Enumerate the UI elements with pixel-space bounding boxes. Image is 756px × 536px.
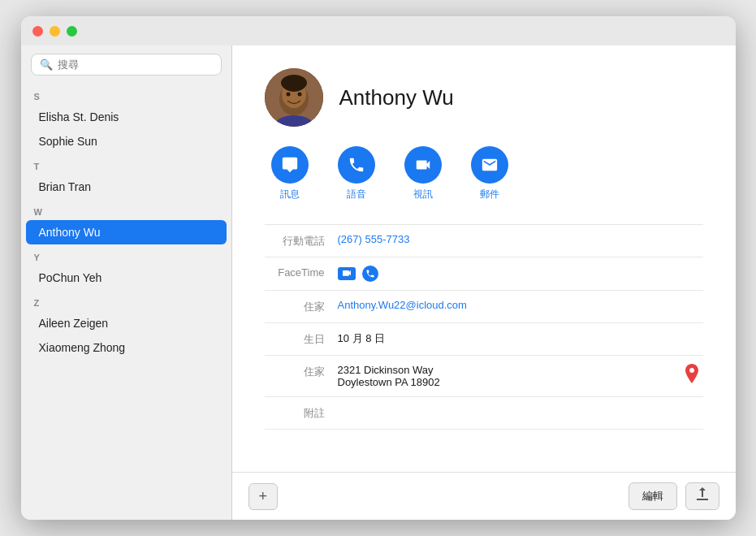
voice-button[interactable]: 語音 [338, 146, 375, 201]
svg-point-5 [286, 93, 290, 97]
section-label-t: T [21, 153, 231, 175]
note-row: 附註 [265, 397, 703, 430]
share-button[interactable] [685, 482, 719, 510]
phone-row: 行動電話 (267) 555-7733 [265, 225, 703, 257]
address-value: 2321 Dickinson WayDoylestown PA 18902 [338, 364, 684, 388]
email-row: 住家 Anthony.Wu22@icloud.com [265, 291, 703, 323]
main-window: 🔍 S Elisha St. Denis Sophie Sun T Brian … [21, 16, 736, 520]
email-value[interactable]: Anthony.Wu22@icloud.com [338, 299, 703, 311]
address-label: 住家 [265, 364, 338, 379]
facetime-row: FaceTime [265, 257, 703, 291]
message-label: 訊息 [280, 188, 300, 201]
footer-left: + [248, 483, 279, 510]
contact-item-brian-tran[interactable]: Brian Tran [26, 175, 227, 199]
avatar [265, 68, 323, 127]
facetime-phone-icon[interactable] [362, 266, 378, 282]
detail-footer: + 編輯 [232, 472, 736, 520]
maximize-button[interactable] [67, 26, 77, 37]
map-pin-icon[interactable] [684, 364, 703, 387]
mail-label: 郵件 [480, 188, 499, 201]
detail-panel: Anthony Wu 訊息 [232, 45, 736, 520]
video-label: 視訊 [413, 188, 433, 201]
svg-point-6 [297, 93, 301, 97]
section-label-s: S [21, 84, 231, 105]
main-content: 🔍 S Elisha St. Denis Sophie Sun T Brian … [21, 45, 736, 520]
birthday-label: 生日 [265, 331, 338, 347]
search-icon: 🔍 [40, 58, 53, 71]
section-label-z: Z [21, 290, 231, 311]
close-button[interactable] [32, 26, 43, 37]
contact-item-xiaomeng-zhong[interactable]: Xiaomeng Zhong [26, 335, 227, 360]
add-button[interactable]: + [248, 483, 279, 510]
message-button[interactable]: 訊息 [271, 146, 309, 201]
minimize-button[interactable] [50, 26, 60, 37]
email-label: 住家 [265, 299, 338, 314]
address-row: 住家 2321 Dickinson WayDoylestown PA 18902 [265, 356, 703, 397]
search-wrap: 🔍 [31, 54, 222, 76]
facetime-icons [338, 266, 378, 282]
note-label: 附註 [265, 405, 338, 421]
voice-icon [338, 146, 375, 184]
contact-header: Anthony Wu [265, 68, 703, 127]
phone-value[interactable]: (267) 555-7733 [338, 233, 703, 245]
contact-item-anthony-wu[interactable]: Anthony Wu [26, 220, 227, 244]
facetime-video-icon[interactable] [338, 267, 356, 280]
message-icon [271, 146, 309, 184]
action-buttons: 訊息 語音 [265, 146, 703, 201]
search-bar: 🔍 [21, 45, 231, 84]
contact-item-pochun-yeh[interactable]: PoChun Yeh [26, 266, 227, 290]
edit-button[interactable]: 編輯 [629, 482, 677, 510]
footer-right: 編輯 [629, 482, 719, 510]
titlebar [21, 16, 736, 45]
detail-scroll: Anthony Wu 訊息 [232, 45, 736, 472]
phone-label: 行動電話 [265, 233, 338, 249]
contact-item-elisha-st-denis[interactable]: Elisha St. Denis [26, 105, 227, 129]
info-table: 行動電話 (267) 555-7733 FaceTime [265, 224, 703, 430]
contact-item-sophie-sun[interactable]: Sophie Sun [26, 129, 227, 153]
facetime-label: FaceTime [265, 266, 338, 279]
mail-icon [471, 146, 508, 184]
contact-item-aileen-zeigen[interactable]: Aileen Zeigen [26, 311, 227, 335]
contact-name: Anthony Wu [339, 85, 454, 110]
contact-list: S Elisha St. Denis Sophie Sun T Brian Tr… [21, 84, 231, 520]
svg-point-4 [283, 77, 305, 92]
birthday-value: 10 月 8 日 [338, 331, 703, 346]
birthday-row: 生日 10 月 8 日 [265, 323, 703, 356]
video-icon [404, 146, 442, 184]
video-button[interactable]: 視訊 [404, 146, 442, 201]
section-label-w: W [21, 199, 231, 220]
search-input[interactable] [58, 58, 213, 71]
section-label-y: Y [21, 244, 231, 266]
voice-label: 語音 [347, 188, 366, 201]
mail-button[interactable]: 郵件 [471, 146, 508, 201]
sidebar: 🔍 S Elisha St. Denis Sophie Sun T Brian … [21, 45, 232, 520]
avatar-image [265, 68, 323, 127]
